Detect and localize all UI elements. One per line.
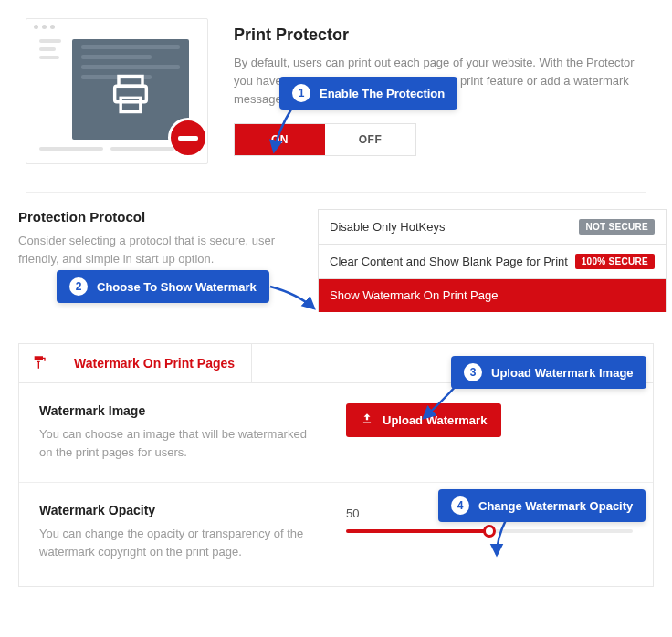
annotation-2: 2 Choose To Show Watermark [57,270,269,303]
protocol-description: Consider selecting a protocol that is se… [18,232,301,267]
watermark-image-desc: You can choose an image that will be wat… [39,425,310,462]
annotation-number: 1 [292,84,310,102]
upload-button-label: Upload Watermark [383,413,487,427]
svg-rect-2 [121,98,141,111]
protocol-title: Protection Protocol [18,209,301,225]
toggle-off-button[interactable]: OFF [325,124,415,155]
protocol-option-watermark[interactable]: Show Watermark On Print Page [319,279,666,312]
annotation-number: 2 [69,277,88,296]
opacity-slider[interactable] [346,529,633,533]
annotation-number: 4 [451,496,469,515]
annotation-4: 4 Change Watermark Opacity [438,489,646,522]
badge-secure: 100% SECURE [575,254,655,269]
annotation-label: Enable The Protection [320,87,445,100]
watermark-image-title: Watermark Image [39,403,310,418]
protocol-option-label: Show Watermark On Print Page [330,288,498,302]
badge-not-secure: NOT SECURE [579,219,655,235]
watermark-opacity-title: Watermark Opacity [39,503,310,517]
protocol-option-label: Clear Content and Show Blank Page for Pr… [330,255,568,268]
annotation-label: Upload Watermark Image [491,366,634,380]
protection-toggle: ON OFF [234,123,416,156]
annotation-label: Choose To Show Watermark [97,280,257,294]
printer-icon [107,70,154,118]
watermark-opacity-desc: You can change the opacity or transparen… [39,525,310,561]
watermark-section-divider [19,482,653,483]
opacity-slider-thumb[interactable] [483,525,496,538]
print-protector-illustration [26,18,208,164]
upload-watermark-button[interactable]: Upload Watermark [346,403,501,437]
toggle-on-button[interactable]: ON [235,124,325,155]
protocol-option-hotkeys[interactable]: Disable Only HotKeys NOT SECURE [319,210,666,245]
protocol-option-blank[interactable]: Clear Content and Show Blank Page for Pr… [319,245,666,279]
annotation-1: 1 Enable The Protection [279,77,457,110]
page-title: Print Protector [234,26,646,45]
protocol-option-label: Disable Only HotKeys [330,220,445,234]
annotation-label: Change Watermark Opacity [478,499,633,513]
upload-icon [361,412,373,428]
protocol-option-list: Disable Only HotKeys NOT SECURE Clear Co… [318,209,667,312]
paint-roller-icon [19,355,47,372]
annotation-3: 3 Upload Watermark Image [451,356,646,389]
tab-watermark[interactable]: Watermark On Print Pages [58,344,252,382]
no-entry-icon [168,118,208,158]
opacity-slider-fill [346,529,489,533]
annotation-number: 3 [464,363,482,381]
